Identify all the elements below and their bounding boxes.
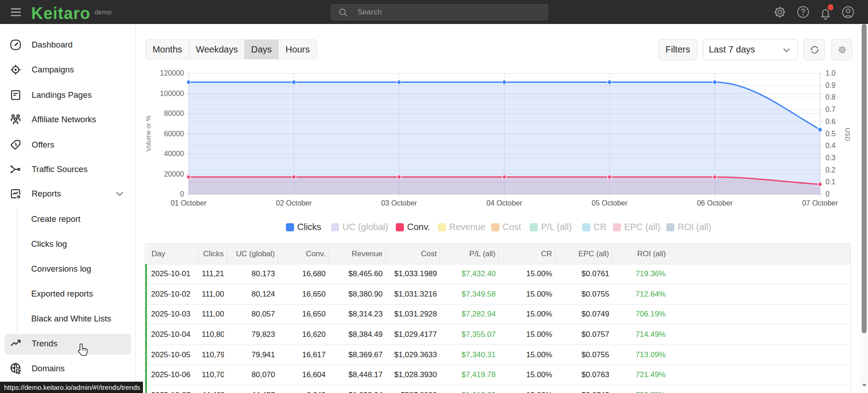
svg-text:0: 0 <box>180 190 184 198</box>
svg-text:20000: 20000 <box>164 170 185 178</box>
svg-text:40000: 40000 <box>164 150 185 158</box>
svg-text:02 October: 02 October <box>276 199 312 207</box>
svg-text:60000: 60000 <box>164 130 185 138</box>
svg-text:100000: 100000 <box>160 90 184 97</box>
svg-text:0.1: 0.1 <box>825 178 835 186</box>
svg-text:Cost: Cost <box>503 222 522 232</box>
svg-text:0.8: 0.8 <box>825 93 835 101</box>
svg-text:01 October: 01 October <box>171 199 207 207</box>
svg-text:Clicks: Clicks <box>297 222 321 232</box>
svg-text:120000: 120000 <box>160 69 184 77</box>
svg-text:0.7: 0.7 <box>825 105 835 113</box>
svg-text:80000: 80000 <box>164 110 185 117</box>
svg-text:USD: USD <box>844 128 851 141</box>
svg-text:1.0: 1.0 <box>825 69 835 77</box>
svg-text:04 October: 04 October <box>486 199 522 207</box>
svg-text:0.6: 0.6 <box>825 118 835 125</box>
svg-text:06 October: 06 October <box>697 199 733 207</box>
svg-text:Volume or %: Volume or % <box>145 115 152 151</box>
svg-text:05 October: 05 October <box>592 199 628 207</box>
svg-text:CR: CR <box>593 222 607 232</box>
svg-text:EPC (all): EPC (all) <box>624 222 660 232</box>
svg-text:0.2: 0.2 <box>825 166 835 174</box>
svg-text:0.9: 0.9 <box>825 81 835 89</box>
svg-text:03 October: 03 October <box>381 199 417 207</box>
svg-text:ROI (all): ROI (all) <box>678 222 711 232</box>
svg-text:Conv.: Conv. <box>407 222 430 232</box>
svg-text:UC (global): UC (global) <box>342 222 388 232</box>
svg-text:07 October: 07 October <box>802 199 838 207</box>
svg-text:0: 0 <box>825 190 830 198</box>
svg-text:0.3: 0.3 <box>825 154 835 162</box>
svg-text:P/L (all): P/L (all) <box>541 222 572 232</box>
svg-text:0.5: 0.5 <box>825 130 835 138</box>
svg-text:0.4: 0.4 <box>825 142 835 149</box>
svg-text:Revenue: Revenue <box>449 222 485 232</box>
